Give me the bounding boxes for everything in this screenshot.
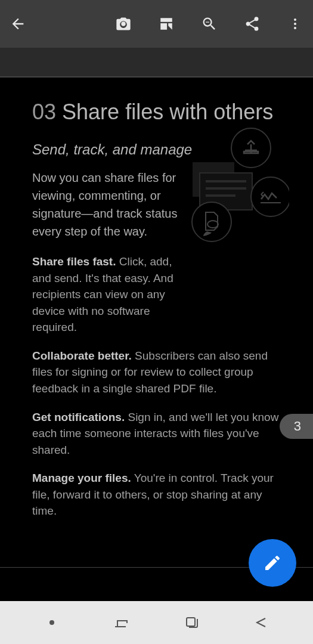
section-03: 03 Share files with others (0, 78, 313, 567)
back-button[interactable] (10, 16, 26, 32)
nav-back-button[interactable] (243, 611, 279, 634)
home-button[interactable] (173, 611, 209, 634)
svg-rect-14 (187, 618, 195, 626)
paragraph: Collaborate better. Subscribers can also… (32, 348, 281, 397)
para-heading: Share files fast. (32, 255, 116, 268)
page-layout-icon[interactable] (158, 16, 175, 32)
paragraph: Manage your files. You're in control. Tr… (32, 470, 281, 519)
page-indicator: 3 (280, 414, 313, 439)
share-illustration (176, 126, 289, 246)
assistant-button[interactable] (34, 611, 70, 634)
top-toolbar (0, 0, 313, 48)
paragraph: Share files fast. Click, add, and send. … (32, 253, 187, 336)
svg-point-12 (192, 202, 231, 242)
section-heading: 03 Share files with others (32, 99, 281, 125)
system-navbar (0, 601, 313, 644)
para-heading: Collaborate better. (32, 349, 132, 362)
zoom-out-icon[interactable] (201, 16, 218, 32)
svg-point-1 (294, 23, 296, 25)
svg-point-2 (294, 27, 296, 29)
dot-icon (49, 620, 54, 625)
more-icon[interactable] (287, 16, 303, 32)
edit-fab[interactable] (249, 539, 296, 587)
section-intro: Now you can share files for viewing, com… (32, 169, 187, 240)
section-number: 03 (32, 100, 56, 124)
para-heading: Get notifications. (32, 411, 125, 423)
camera-icon[interactable] (115, 16, 132, 32)
paragraph: Get notifications. Sign in, and we'll le… (32, 409, 281, 459)
svg-point-0 (294, 18, 296, 21)
section-title-text: Share files with others (62, 100, 273, 124)
share-icon[interactable] (244, 16, 261, 32)
para-heading: Manage your files. (32, 472, 131, 484)
content-gap (0, 48, 313, 76)
recents-button[interactable] (104, 611, 140, 634)
